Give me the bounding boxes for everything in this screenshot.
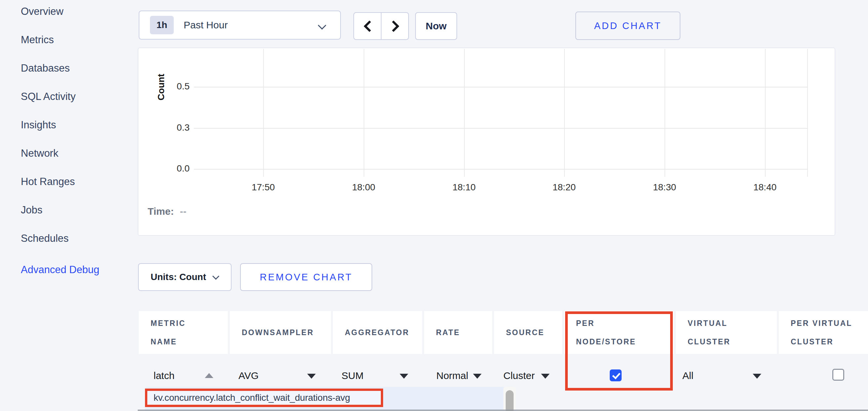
sidebar-item-overview[interactable]: Overview <box>21 5 63 19</box>
remove-chart-button[interactable]: REMOVE CHART <box>240 263 372 291</box>
sidebar-item-advanced-debug[interactable]: Advanced Debug <box>21 263 99 277</box>
column-header-per-node-store: PER NODE/STORE <box>564 311 674 354</box>
time-readout-value: -- <box>180 206 186 217</box>
gridline <box>364 49 364 177</box>
add-chart-button[interactable]: ADD CHART <box>576 11 680 40</box>
sidebar-item-databases[interactable]: Databases <box>21 61 70 75</box>
custom-chart: Count 0.5 0.3 0.0 17:50 18:00 18:10 18:2… <box>138 47 835 236</box>
advanced-debug-custom-chart-page: Overview Metrics Databases SQL Activity … <box>0 0 868 411</box>
metric-suggestion-label: kv.concurrency.latch_conflict_wait_durat… <box>154 392 350 403</box>
dropdown-arrow-icon[interactable] <box>400 374 408 379</box>
sidebar-item-metrics[interactable]: Metrics <box>21 33 54 47</box>
gridline <box>194 87 808 88</box>
chevron-down-icon <box>318 21 326 29</box>
dropdown-scrollbar[interactable] <box>503 387 516 411</box>
time-window-badge: 1h <box>150 16 174 34</box>
x-axis-tick: 18:10 <box>441 182 487 193</box>
sidebar-item-insights[interactable]: Insights <box>21 118 56 132</box>
downsampler-select[interactable]: AVG <box>239 370 259 381</box>
scrollbar-thumb[interactable] <box>506 390 514 411</box>
sidebar-item-hot-ranges[interactable]: Hot Ranges <box>21 175 75 189</box>
source-select[interactable]: Cluster <box>503 370 535 381</box>
sidebar-item-schedules[interactable]: Schedules <box>21 232 69 245</box>
units-dropdown-label: Units: Count <box>151 272 206 282</box>
per-node-store-checkbox[interactable] <box>610 370 622 381</box>
rate-select[interactable]: Normal <box>436 370 468 381</box>
chevron-right-icon <box>388 21 399 32</box>
gridline <box>194 128 808 129</box>
metric-suggestion-item[interactable]: kv.concurrency.latch_conflict_wait_durat… <box>145 388 383 407</box>
gridline <box>263 49 264 177</box>
y-axis-tick: 0.5 <box>158 81 190 92</box>
hover-time-readout: Time:-- <box>148 206 186 217</box>
gridline <box>807 49 808 177</box>
time-range-dropdown[interactable]: 1h Past Hour <box>139 10 341 40</box>
metric-autocomplete-dropdown: kv.concurrency.latch_conflict_wait_durat… <box>145 387 516 411</box>
virtual-cluster-select[interactable]: All <box>682 370 693 381</box>
units-dropdown[interactable]: Units: Count <box>138 263 231 291</box>
x-axis-tick: 18:00 <box>341 182 387 193</box>
x-axis-tick: 18:30 <box>642 182 688 193</box>
time-window-label: Past Hour <box>184 20 227 31</box>
aggregator-select[interactable]: SUM <box>342 370 364 381</box>
column-header-rate: RATE <box>424 311 492 354</box>
metric-name-input[interactable]: latch <box>154 370 175 381</box>
gridline <box>464 49 465 177</box>
y-axis-tick: 0.3 <box>158 123 190 133</box>
gridline <box>664 49 665 177</box>
column-header-virtual-cluster: VIRTUAL CLUSTER <box>676 311 777 354</box>
x-axis-tick: 18:20 <box>541 182 587 193</box>
dropdown-arrow-icon[interactable] <box>473 374 482 379</box>
x-axis-tick: 17:50 <box>240 182 286 193</box>
sort-up-icon[interactable] <box>205 373 213 378</box>
time-step-buttons <box>353 12 409 40</box>
gridline <box>194 169 808 170</box>
chevron-down-icon <box>212 272 219 279</box>
gridline <box>564 49 565 177</box>
gridline <box>765 49 766 177</box>
sidebar-item-jobs[interactable]: Jobs <box>21 203 42 217</box>
dropdown-arrow-icon[interactable] <box>541 374 550 379</box>
column-header-aggregator: AGGREGATOR <box>333 311 422 354</box>
time-readout-label: Time: <box>148 206 174 217</box>
sidebar-item-network[interactable]: Network <box>21 146 58 160</box>
column-header-downsampler: DOWNSAMPLER <box>230 311 331 354</box>
dropdown-arrow-icon[interactable] <box>753 374 761 379</box>
column-header-source: SOURCE <box>494 311 562 354</box>
y-axis-tick: 0.0 <box>158 163 190 174</box>
previous-time-button[interactable] <box>354 13 381 39</box>
divider <box>138 410 868 411</box>
sidebar-item-sql-activity[interactable]: SQL Activity <box>21 90 75 104</box>
column-header-metric-name: METRIC NAME <box>139 311 228 354</box>
dropdown-arrow-icon[interactable] <box>307 374 316 379</box>
now-button[interactable]: Now <box>415 12 457 40</box>
chevron-left-icon <box>364 21 375 32</box>
per-virtual-cluster-checkbox[interactable] <box>832 369 844 381</box>
column-header-per-virtual-cluster: PER VIRTUAL CLUSTER <box>779 311 868 354</box>
sidebar: Overview Metrics Databases SQL Activity … <box>0 0 132 411</box>
x-axis-tick: 18:40 <box>742 182 788 193</box>
next-time-button[interactable] <box>381 13 408 39</box>
